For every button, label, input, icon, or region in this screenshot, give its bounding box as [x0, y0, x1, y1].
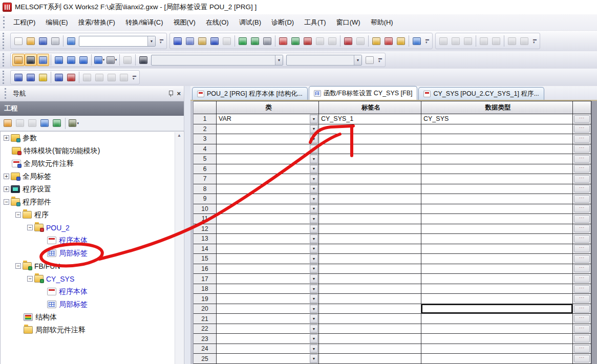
comment-jump-icon[interactable] — [370, 35, 382, 47]
label-name-cell[interactable] — [319, 124, 421, 135]
comment-back-icon[interactable] — [395, 35, 407, 47]
find-binoculars-icon[interactable] — [137, 54, 150, 66]
collapse-icon[interactable]: − — [15, 263, 21, 269]
label-name-cell[interactable] — [319, 194, 421, 204]
expand-icon[interactable]: + — [4, 186, 9, 192]
detail-button[interactable]: ... — [574, 115, 590, 123]
run-write-icon[interactable] — [382, 35, 395, 47]
menu-item-8[interactable]: 诊断(D) — [266, 15, 299, 30]
class-dropdown-icon[interactable]: ▼ — [310, 135, 318, 143]
help-icon[interactable] — [65, 35, 77, 47]
label-name-cell[interactable] — [319, 174, 421, 184]
tree-scrollbar[interactable]: ▲ ▼ — [175, 132, 183, 364]
detail-button[interactable]: ... — [574, 325, 590, 333]
data-type-cell[interactable] — [421, 304, 573, 314]
class-dropdown-icon[interactable]: ▼ — [310, 115, 318, 123]
detail-button[interactable]: ... — [574, 145, 590, 153]
class-cell[interactable]: ▼ — [217, 154, 319, 164]
detail-button[interactable]: ... — [574, 165, 590, 173]
navigation-window-icon[interactable] — [12, 54, 25, 66]
toolbar-overflow-icon[interactable]: ▬▾ — [131, 74, 138, 80]
label-name-cell[interactable] — [319, 354, 421, 364]
doc-zoom-icon[interactable] — [364, 54, 376, 66]
label-name-cell[interactable] — [319, 304, 421, 314]
label-name-cell[interactable] — [319, 324, 421, 334]
tree-item[interactable]: 局部软元件注释 — [1, 324, 184, 336]
toolbar-overflow-icon[interactable]: ▬▾ — [158, 38, 165, 44]
detail-button[interactable]: ... — [574, 315, 590, 323]
label-name-cell[interactable] — [319, 134, 421, 144]
program-editor-icon[interactable] — [53, 54, 65, 66]
chevron-down-icon[interactable]: ▼ — [354, 55, 361, 65]
pin-icon[interactable] — [167, 91, 174, 97]
data-type-cell[interactable] — [421, 214, 573, 224]
menu-item-7[interactable]: 调试(B) — [234, 15, 266, 30]
transfer-setup-icon[interactable] — [277, 35, 289, 47]
label-name-cell[interactable] — [319, 294, 421, 304]
class-dropdown-icon[interactable]: ▼ — [310, 155, 318, 163]
expand-icon[interactable]: + — [4, 135, 9, 141]
class-cell[interactable]: ▼ — [217, 174, 319, 184]
tree-item[interactable]: −程序 — [1, 208, 184, 221]
class-dropdown-icon[interactable]: ▼ — [310, 354, 318, 363]
detail-button[interactable]: ... — [574, 295, 590, 303]
detail-button[interactable]: ... — [574, 235, 590, 243]
label-name-cell[interactable] — [319, 334, 421, 344]
label-name-cell[interactable] — [319, 274, 421, 284]
tree-item[interactable]: +程序设置 — [1, 183, 184, 196]
label-name-cell[interactable] — [319, 184, 421, 195]
close-icon[interactable]: × — [177, 90, 181, 97]
ladder-insert-row-icon[interactable] — [12, 71, 25, 83]
grid-scrollbar[interactable] — [591, 101, 597, 364]
class-dropdown-icon[interactable]: ▼ — [310, 265, 318, 273]
data-type-cell[interactable] — [421, 124, 573, 135]
class-dropdown-icon[interactable]: ▼ — [310, 205, 318, 213]
label-name-cell[interactable] — [319, 224, 421, 234]
device-search-green-icon[interactable] — [289, 35, 302, 47]
data-type-cell[interactable] — [421, 134, 573, 144]
tree-item[interactable]: 局部标签 — [1, 247, 184, 260]
detail-button[interactable]: ... — [574, 305, 590, 313]
tree-item[interactable]: −FB/FUN — [1, 260, 184, 272]
tree-item[interactable]: −程序部件 — [1, 196, 184, 208]
class-dropdown-icon[interactable]: ▼ — [310, 294, 318, 303]
device-test-icon[interactable] — [342, 35, 354, 47]
new-data-icon[interactable] — [2, 118, 13, 129]
detail-button[interactable]: ... — [574, 135, 590, 143]
monitor-mode-icon[interactable] — [411, 35, 423, 47]
class-cell[interactable]: ▼ — [217, 214, 319, 224]
class-dropdown-icon[interactable]: ▼ — [310, 254, 318, 263]
menu-item-1[interactable]: 工程(P) — [8, 15, 40, 30]
menu-item-4[interactable]: 转换/编译(C) — [120, 15, 168, 30]
class-dropdown-icon[interactable]: ▼ — [310, 195, 318, 203]
data-type-cell[interactable] — [421, 264, 573, 274]
toolbar-combo-box[interactable]: ▼ — [286, 55, 362, 66]
chevron-down-icon[interactable]: ▼ — [147, 36, 155, 46]
data-type-cell[interactable] — [421, 224, 573, 234]
class-cell[interactable]: ▼ — [217, 234, 319, 244]
class-dropdown-icon[interactable]: ▼ — [310, 145, 318, 154]
collapse-icon[interactable]: − — [27, 225, 33, 230]
toolbar-overflow-icon[interactable]: ▬▾ — [424, 38, 431, 44]
label-editor-icon[interactable] — [65, 54, 77, 66]
label-name-cell[interactable] — [319, 204, 421, 215]
class-cell[interactable]: ▼ — [217, 144, 319, 155]
detail-button[interactable]: ... — [574, 255, 590, 263]
collapse-icon[interactable]: − — [27, 276, 33, 282]
class-dropdown-icon[interactable]: ▼ — [310, 125, 318, 134]
detail-button[interactable]: ... — [574, 265, 590, 272]
class-dropdown-icon[interactable]: ▼ — [310, 334, 318, 343]
data-type-cell[interactable] — [421, 234, 573, 244]
detail-button[interactable]: ... — [574, 225, 590, 232]
copy-icon[interactable] — [184, 35, 196, 47]
structure-editor-icon[interactable] — [77, 54, 90, 66]
label-name-cell[interactable] — [319, 284, 421, 294]
read-from-plc-icon[interactable] — [249, 35, 261, 47]
class-dropdown-icon[interactable]: ▼ — [310, 285, 318, 293]
module-view-icon[interactable] — [25, 54, 37, 66]
menu-item-10[interactable]: 窗口(W) — [331, 15, 366, 30]
data-type-cell[interactable] — [421, 274, 573, 284]
list-view-icon[interactable] — [37, 54, 49, 66]
class-dropdown-icon[interactable]: ▼ — [310, 274, 318, 283]
class-dropdown-icon[interactable]: ▼ — [310, 314, 318, 323]
